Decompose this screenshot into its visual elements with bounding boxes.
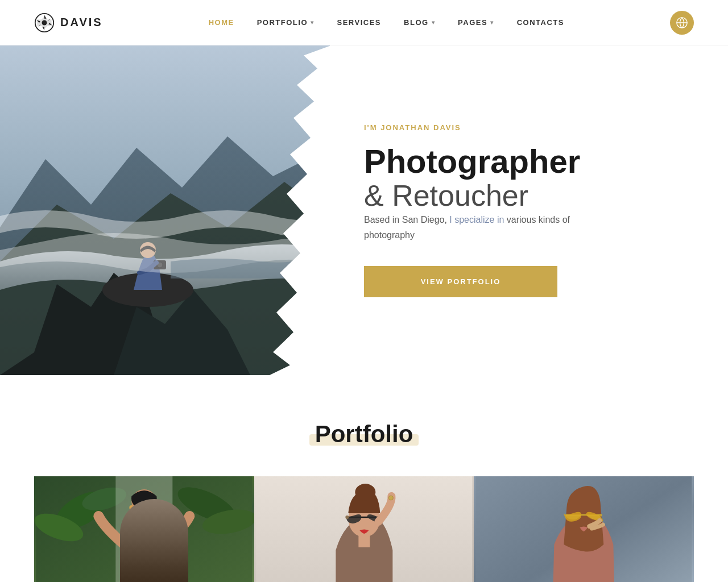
portfolio-item[interactable] (474, 476, 694, 582)
svg-point-20 (355, 484, 375, 501)
globe-icon (676, 16, 688, 29)
globe-button[interactable] (670, 11, 694, 35)
hero-description: Based in San Diego, I specialize in vari… (364, 212, 580, 243)
portfolio-section: Portfolio (0, 375, 728, 582)
view-portfolio-button[interactable]: VIEW PORTFOLIO (364, 266, 557, 297)
portfolio-image-2 (254, 476, 474, 582)
portfolio-image-3 (474, 476, 694, 582)
hero-image (0, 45, 330, 375)
nav-home[interactable]: HOME (209, 18, 234, 27)
chevron-down-icon: ▾ (490, 19, 494, 26)
brand-name: DAVIS (60, 16, 103, 29)
chevron-down-icon: ▾ (432, 19, 436, 26)
nav-services[interactable]: SERVICES (337, 18, 382, 27)
svg-point-21 (345, 516, 349, 519)
portfolio-item[interactable] (254, 476, 474, 582)
portfolio-item[interactable] (34, 476, 254, 582)
svg-point-16 (129, 505, 134, 510)
portfolio-section-title: Portfolio (315, 421, 413, 448)
main-nav: HOME PORTFOLIO ▾ SERVICES BLOG ▾ PAGES ▾… (209, 18, 564, 27)
chevron-down-icon: ▾ (311, 19, 315, 26)
hero-title-bold: Photographer & Retoucher (364, 143, 682, 212)
portfolio-grid (34, 476, 694, 582)
nav-portfolio[interactable]: PORTFOLIO ▾ (257, 18, 315, 27)
svg-point-23 (388, 496, 393, 500)
portfolio-title-container: Portfolio (315, 421, 413, 448)
logo[interactable]: DAVIS (34, 13, 103, 33)
landscape-illustration (0, 45, 330, 375)
nav-blog[interactable]: BLOG ▾ (404, 18, 435, 27)
nav-pages[interactable]: PAGES ▾ (458, 18, 494, 27)
header: DAVIS HOME PORTFOLIO ▾ SERVICES BLOG ▾ P… (0, 0, 728, 45)
hero-subtitle: I'M JONATHAN DAVIS (364, 123, 682, 132)
hero-section: I'M JONATHAN DAVIS Photographer & Retouc… (0, 45, 728, 375)
logo-icon (34, 13, 55, 33)
portfolio-image-1 (34, 476, 254, 582)
svg-point-1 (42, 20, 47, 25)
nav-contacts[interactable]: CONTACTS (517, 18, 564, 27)
hero-content: I'M JONATHAN DAVIS Photographer & Retouc… (330, 45, 728, 375)
